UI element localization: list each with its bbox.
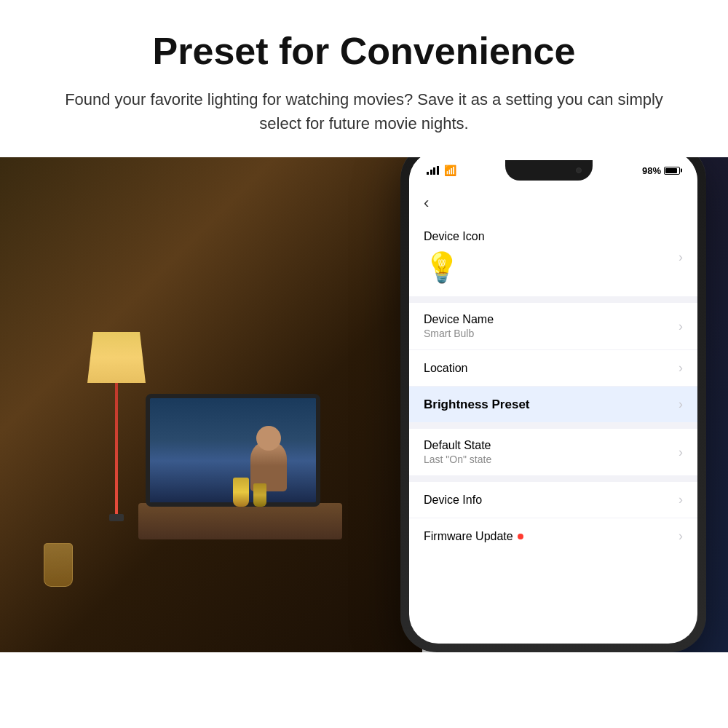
device-icon-section: Device Icon 💡 › <box>409 218 697 296</box>
device-icon-chevron: › <box>678 250 683 265</box>
wifi-icon: 📶 <box>444 165 456 176</box>
firmware-left: Firmware Update <box>424 530 678 543</box>
default-state-value: Last "On" state <box>424 454 678 465</box>
default-state-row[interactable]: Default State Last "On" state › <box>409 429 697 475</box>
location-title: Location <box>424 362 678 375</box>
status-left: 📶 <box>427 165 456 176</box>
status-right: 98% <box>642 165 680 176</box>
nav-bar: ‹ <box>409 185 697 218</box>
default-state-chevron: › <box>678 445 683 460</box>
device-name-chevron: › <box>678 319 683 334</box>
default-state-left: Default State Last "On" state <box>424 439 678 465</box>
back-button[interactable]: ‹ <box>424 194 429 213</box>
location-row[interactable]: Location › <box>409 350 697 386</box>
bulb-icon: 💡 <box>424 250 678 285</box>
battery-icon <box>664 167 680 175</box>
device-info-chevron: › <box>678 492 683 507</box>
firmware-section: Firmware Update › <box>409 518 697 554</box>
device-icon-label: Device Icon <box>424 230 678 243</box>
location-chevron: › <box>678 360 683 376</box>
page-description: Found your favorite lighting for watchin… <box>44 87 684 135</box>
device-name-row[interactable]: Device Name Smart Bulb › <box>409 303 697 349</box>
firmware-update-dot <box>518 534 523 539</box>
firmware-chevron: › <box>678 529 683 544</box>
firmware-title-wrapper: Firmware Update <box>424 530 678 543</box>
lamp-pole <box>115 383 118 514</box>
brightness-preset-section: Brightness Preset › <box>409 387 697 422</box>
default-state-section: Default State Last "On" state › <box>409 429 697 475</box>
device-name-value: Smart Bulb <box>424 328 678 339</box>
device-info-left: Device Info <box>424 494 678 507</box>
page-title: Preset for Convenience <box>44 29 684 73</box>
firmware-title: Firmware Update <box>424 530 513 543</box>
separator-3 <box>409 476 697 482</box>
device-icon-row[interactable]: Device Icon 💡 › <box>409 218 697 296</box>
camera-dot <box>576 167 582 173</box>
vase-1 <box>233 478 249 507</box>
decanter <box>44 543 73 587</box>
phone-mockup: 📶 98% ‹ <box>400 157 706 652</box>
phone-inner: 📶 98% ‹ <box>409 157 697 644</box>
settings-container: Device Icon 💡 › Device Name Smart B <box>409 218 697 554</box>
device-name-left: Device Name Smart Bulb <box>424 313 678 339</box>
lamp-shade <box>87 332 146 383</box>
battery-fill <box>665 168 677 173</box>
floor-lamp <box>87 332 146 521</box>
device-icon-content: Device Icon 💡 <box>424 230 678 285</box>
vase-2 <box>253 483 266 507</box>
default-state-title: Default State <box>424 439 678 452</box>
brightness-preset-row[interactable]: Brightness Preset › <box>409 387 697 422</box>
room-background <box>0 157 422 652</box>
location-section: Location › <box>409 350 697 386</box>
tv-stand <box>138 503 342 539</box>
phone-outer: 📶 98% ‹ <box>400 157 706 652</box>
status-bar: 📶 98% <box>409 157 697 185</box>
device-info-section: Device Info › <box>409 482 697 518</box>
lamp-base <box>109 514 124 521</box>
battery-percent: 98% <box>642 165 661 176</box>
device-name-title: Device Name <box>424 313 678 326</box>
phone-notch <box>505 160 593 181</box>
location-left: Location <box>424 362 678 375</box>
brightness-preset-title: Brightness Preset <box>424 397 678 412</box>
brightness-preset-left: Brightness Preset <box>424 397 678 412</box>
separator-2 <box>409 423 697 429</box>
header: Preset for Convenience Found your favori… <box>0 0 728 157</box>
signal-icon <box>427 166 439 175</box>
brightness-preset-chevron: › <box>678 397 683 412</box>
device-name-section: Device Name Smart Bulb › <box>409 303 697 349</box>
device-info-title: Device Info <box>424 494 678 507</box>
firmware-row[interactable]: Firmware Update › <box>409 518 697 554</box>
scene: 📶 98% ‹ <box>0 157 728 652</box>
device-info-row[interactable]: Device Info › <box>409 482 697 518</box>
separator-1 <box>409 297 697 303</box>
